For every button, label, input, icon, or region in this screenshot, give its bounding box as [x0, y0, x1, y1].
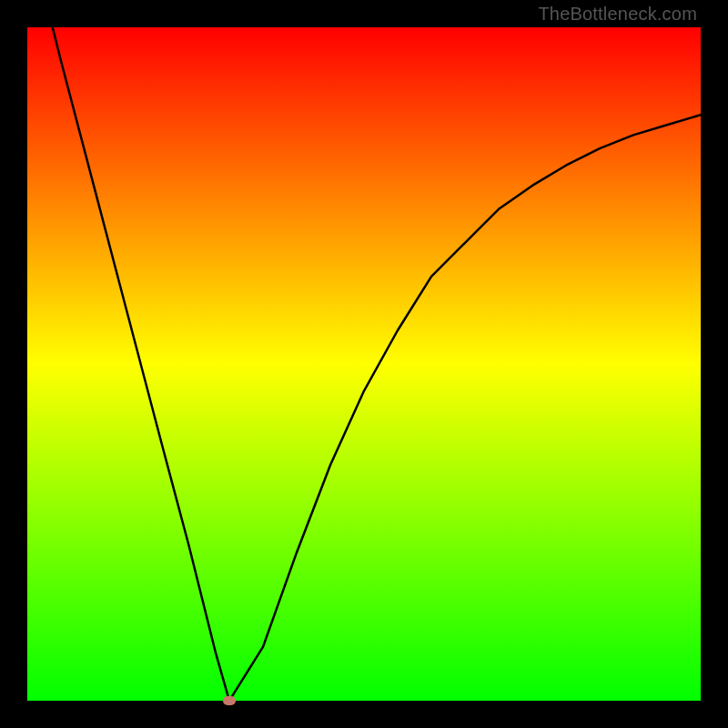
minimum-marker: [223, 696, 236, 705]
chart-frame: TheBottleneck.com: [0, 0, 728, 728]
plot-area: [27, 27, 701, 701]
watermark-text: TheBottleneck.com: [538, 4, 697, 25]
bottleneck-curve: [27, 27, 701, 701]
